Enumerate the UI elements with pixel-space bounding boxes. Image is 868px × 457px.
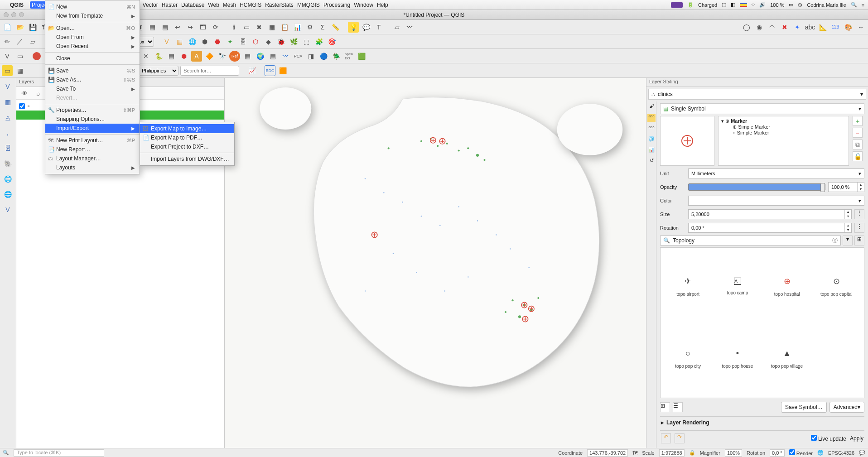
project-menu-save-to[interactable]: Save To▶ [45,84,140,93]
shape-tool-icon[interactable]: ✖ [779,22,790,33]
edit-pencil-icon[interactable]: ✏ [2,36,13,47]
menubar-item-processing[interactable]: Processing [322,1,352,9]
marker-tree[interactable]: ▾ ⊕ Marker ⊕ Simple Marker ○ Simple Mark… [718,116,849,166]
style-yellow-icon[interactable]: ▭ [2,65,13,76]
undo-style-button[interactable]: ↶ [661,433,671,443]
layers-eye-icon[interactable]: 👁 [19,88,30,99]
plugin-icon-4[interactable]: ✦ [225,36,236,47]
tab-masks-icon[interactable]: abc [647,125,656,133]
menubar-item-web[interactable]: Web [206,1,221,9]
binoculars-icon[interactable]: 🔭 [217,51,227,62]
size-data-defined-button[interactable]: ⋮ [854,209,864,219]
symbol-topo-hospital[interactable]: ⊕topo hospital [764,252,810,321]
plugin-icon-9[interactable]: ⬚ [301,36,312,47]
mag-value[interactable]: 100% [725,449,742,457]
add-mesh-icon[interactable]: ◬ [2,111,14,123]
advanced-button[interactable]: Advanced ▾ [829,402,864,413]
shape-labelmove-icon[interactable]: ↔ [855,22,866,33]
misc-icon-k[interactable]: 🟩 [356,51,367,62]
add-spatialite-icon[interactable]: 🗄 [2,142,14,154]
add-raster-icon[interactable]: ▦ [2,96,14,108]
open-project-icon[interactable]: 📂 [14,22,25,33]
crs-icon[interactable]: 🌐 [817,450,824,456]
field-calc-icon[interactable]: 📋 [279,22,290,33]
shape-circle2-icon[interactable]: ◉ [754,22,765,33]
layers-filter-icon[interactable]: ⌕ [33,88,43,99]
project-menu-open-from[interactable]: Open From▶ [45,33,140,42]
annotation-icon[interactable]: 💬 [361,22,371,33]
redo-style-button[interactable]: ↷ [675,433,685,443]
misc-icon-d[interactable]: ⬢ [178,51,189,62]
submenu-export-project-to-dxf-[interactable]: Export Project to DXF… [140,142,234,151]
edit-poly-icon[interactable]: ▱ [27,36,38,47]
layer-visibility-checkbox[interactable] [19,103,25,109]
clock-icon[interactable]: ◷ [798,2,802,8]
user-name[interactable]: Codrina Maria Ilie [807,2,846,8]
refresh-icon[interactable]: ⟳ [210,22,221,33]
add-wms-icon[interactable]: 🌐 [2,173,14,185]
crs-value[interactable]: EPSG:4326 [828,450,854,456]
shape-label-icon[interactable]: abc [805,22,815,33]
trace-icon[interactable]: 〰 [404,22,415,33]
renderer-mode-select[interactable]: ▤ Single Symbol ▾ [660,103,864,114]
misc-icon-e[interactable]: A [191,51,202,62]
shape-circle-icon[interactable]: ◯ [741,22,752,33]
select-icon[interactable]: ▭ [241,22,252,33]
layer-add-raster-icon[interactable]: ▦ [174,36,185,47]
shape-tool2-icon[interactable]: ✦ [792,22,803,33]
db-icon[interactable]: 🗄 [237,36,248,47]
flag-icon[interactable] [740,3,747,7]
messages-icon[interactable]: 💬 [859,450,865,456]
extent-icon[interactable]: 🗺 [632,450,637,456]
project-menu-new-print-layout-[interactable]: 🗺New Print Layout…⌘P [45,136,140,145]
plugin-icon-1[interactable]: 🌐 [187,36,198,47]
zoom-layer-icon[interactable]: ▤ [159,22,170,33]
add-wfs-icon[interactable]: 🌐 [2,188,14,200]
app-name[interactable]: QGIS [10,2,24,8]
plugin-icon-6[interactable]: ◆ [263,36,274,47]
close-dot[interactable] [4,12,9,17]
save-project-icon[interactable]: 💾 [27,22,38,33]
symbol-topo-pop-village[interactable]: ▲topo pop village [764,325,810,394]
digitize-icon[interactable]: ▱ [391,22,402,33]
shape-arc-icon[interactable]: ◠ [767,22,777,33]
ref-icon[interactable]: Ref [229,51,240,62]
scale-value[interactable]: 1:972888 [659,449,685,457]
color-swatch[interactable]: ▾ [688,196,864,206]
symbol-topo-pop-city[interactable]: ○topo pop city [665,325,711,394]
project-menu-snapping-options-[interactable]: Snapping Options… [45,115,140,124]
project-menu-save-as-[interactable]: 💾Save As…⇧⌘S [45,75,140,84]
grid-view-icon[interactable]: ⊞ [660,402,670,412]
symbol-topo-pop-house[interactable]: •topo pop house [714,325,760,394]
menubar-item-rasterstats[interactable]: RasterStats [263,1,295,9]
style-checker-icon[interactable]: ▦ [14,65,25,76]
edc-icon[interactable]: EDC [265,65,275,76]
menu-icon[interactable]: ≡ [862,2,864,8]
checker-icon[interactable]: ▦ [242,51,253,62]
rotation-data-defined-button[interactable]: ⋮ [854,223,864,233]
project-menu-close[interactable]: Close [45,54,140,63]
project-menu-layout-manager-[interactable]: 🗂Layout Manager… [45,154,140,163]
openeo-icon[interactable]: openEO [343,51,354,62]
group-icon[interactable]: ▭ [14,51,25,62]
project-menu-new-report-[interactable]: 📑New Report… [45,145,140,154]
dropbox-icon[interactable]: ⬚ [722,2,726,8]
project-menu-open-recent[interactable]: Open Recent▶ [45,42,140,51]
plugin-icon-11[interactable]: 🎯 [326,36,337,47]
misc-icon-j[interactable]: 🪲 [331,51,342,62]
opacity-value[interactable]: 100,0 %▴▾ [828,182,864,192]
render-checkbox[interactable]: Render [789,449,813,456]
size-input[interactable]: 5,20000▴▾ [688,209,852,219]
measure-icon[interactable]: 📏 [330,22,341,33]
record-icon[interactable] [33,52,41,60]
volume-icon[interactable]: 🔊 [759,2,766,8]
chart-icon[interactable]: 📈 [246,65,257,76]
wave-icon[interactable]: 〰 [280,51,291,62]
symbol-dup-button[interactable]: ⧉ [853,140,863,149]
sigma-icon[interactable]: Σ [317,22,328,33]
plugin-icon-8[interactable]: 🌿 [288,36,299,47]
project-menu-import-export[interactable]: Import/Export▶ [45,124,140,133]
table-icon[interactable]: ▦ [266,22,277,33]
plugin-icon-10[interactable]: 🧩 [313,36,324,47]
rot-value[interactable]: 0,0 ° [770,449,785,457]
